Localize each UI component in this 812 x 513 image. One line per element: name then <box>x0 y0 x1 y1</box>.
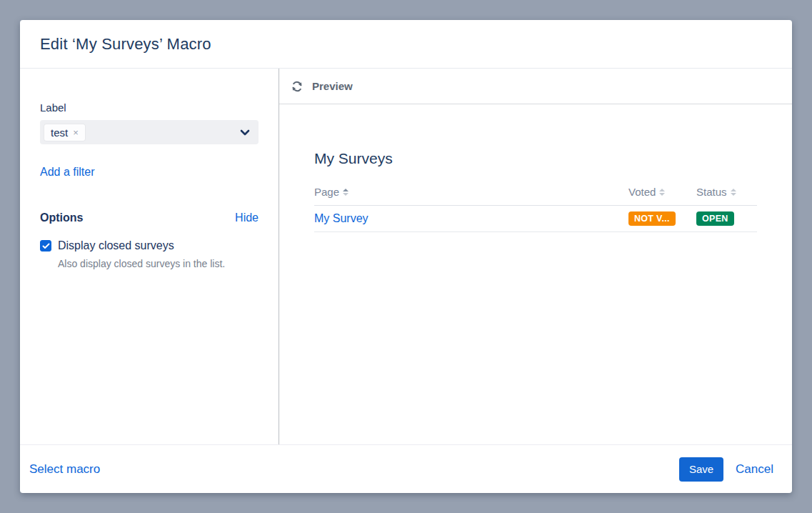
macro-parameters-panel: Label test × Add a filter Options <box>20 69 279 444</box>
sort-icon <box>731 189 736 196</box>
check-icon <box>42 243 50 249</box>
save-button[interactable]: Save <box>679 457 723 482</box>
label-tag: test × <box>44 124 85 141</box>
column-header-voted-label: Voted <box>628 186 656 198</box>
select-macro-link[interactable]: Select macro <box>29 462 100 477</box>
table-header-row: Page Voted <box>314 181 757 206</box>
preview-title: Preview <box>312 80 353 92</box>
column-header-page[interactable]: Page <box>314 186 628 199</box>
modal-backdrop: Edit ‘My Surveys’ Macro Label test × <box>0 0 812 513</box>
dialog-footer: Select macro Save Cancel <box>20 444 792 493</box>
survey-page-link[interactable]: My Survey <box>314 212 369 224</box>
display-closed-surveys-checkbox[interactable] <box>40 240 51 251</box>
surveys-table: Page Voted <box>314 181 757 232</box>
preview-content: My Surveys Page <box>279 104 792 232</box>
hide-options-link[interactable]: Hide <box>235 211 259 224</box>
label-field-label: Label <box>40 101 259 114</box>
cancel-link[interactable]: Cancel <box>736 462 773 477</box>
options-heading: Options <box>40 211 83 224</box>
add-filter-link[interactable]: Add a filter <box>40 166 94 179</box>
display-closed-surveys-label[interactable]: Display closed surveys <box>58 239 174 252</box>
column-header-status[interactable]: Status <box>696 186 757 199</box>
table-row: My Survey NOT V... OPEN <box>314 206 757 232</box>
display-closed-surveys-description: Also display closed surveys in the list. <box>58 258 259 269</box>
sort-icon <box>659 189 665 196</box>
dialog-body: Label test × Add a filter Options <box>20 69 792 444</box>
dialog-header: Edit ‘My Surveys’ Macro <box>20 20 792 69</box>
chevron-down-icon[interactable] <box>240 129 250 136</box>
label-tag-text: test <box>51 126 68 139</box>
preview-header: Preview <box>279 69 792 104</box>
remove-tag-icon[interactable]: × <box>73 128 79 137</box>
footer-actions: Save Cancel <box>679 457 773 482</box>
options-row: Options Hide <box>40 211 259 224</box>
survey-status-badge: OPEN <box>696 211 734 226</box>
voted-status-badge: NOT V... <box>628 211 676 226</box>
column-header-status-label: Status <box>696 186 727 198</box>
surveys-heading: My Surveys <box>314 150 757 167</box>
label-select[interactable]: test × <box>40 120 259 144</box>
display-closed-surveys-row: Display closed surveys <box>40 239 259 252</box>
dialog-title: Edit ‘My Surveys’ Macro <box>40 35 211 54</box>
refresh-icon[interactable] <box>291 80 304 93</box>
sort-asc-icon <box>343 189 349 196</box>
preview-panel: Preview My Surveys Page <box>279 69 792 444</box>
column-header-voted[interactable]: Voted <box>628 186 696 199</box>
edit-macro-dialog: Edit ‘My Surveys’ Macro Label test × <box>20 20 792 493</box>
column-header-page-label: Page <box>314 186 339 198</box>
